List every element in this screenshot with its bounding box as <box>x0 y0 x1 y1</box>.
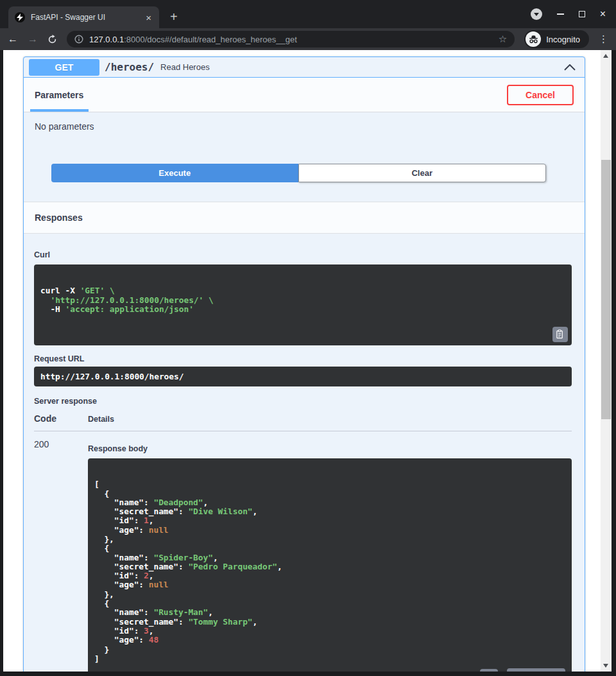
code-line: { <box>94 599 565 608</box>
code-line: "id": 3, <box>94 627 565 636</box>
responses-title: Responses <box>35 212 83 223</box>
incognito-icon <box>526 31 541 47</box>
scroll-down-arrow-icon[interactable] <box>603 664 608 668</box>
browser-window: FastAPI - Swagger UI × + × ← → <box>0 0 616 676</box>
collapse-chevron-icon[interactable] <box>564 64 576 71</box>
code-line: "id": 1, <box>94 516 565 525</box>
reload-button[interactable] <box>47 35 57 44</box>
scroll-up-arrow-icon[interactable] <box>603 54 608 58</box>
back-button[interactable]: ← <box>8 34 18 44</box>
http-method-badge: GET <box>29 59 99 76</box>
browser-tab[interactable]: FastAPI - Swagger UI × <box>8 6 159 28</box>
url-bar[interactable]: 127.0.0.1:8000/docs#/default/read_heroes… <box>67 31 515 48</box>
content-area: GET /heroes/ Read Heroes Parameters Canc… <box>0 50 616 672</box>
curl-label: Curl <box>34 250 572 259</box>
forward-button[interactable]: → <box>28 34 38 44</box>
new-tab-button[interactable]: + <box>170 10 178 23</box>
server-response-label: Server response <box>34 397 572 406</box>
window-border-right <box>612 50 616 672</box>
incognito-label: Incognito <box>546 35 580 44</box>
code-line: } <box>94 645 565 654</box>
endpoint-path: /heroes/ <box>105 61 154 73</box>
response-body-block: [ { "name": "Deadpond", "secret_name": "… <box>88 458 572 672</box>
code-line: { <box>94 489 565 498</box>
close-window-button[interactable]: × <box>600 11 606 17</box>
bookmark-star-icon[interactable]: ☆ <box>499 33 507 45</box>
response-body-actions: Download <box>480 668 565 672</box>
clear-button[interactable]: Clear <box>298 164 547 182</box>
url-host: 127.0.0.1 <box>89 35 124 44</box>
browser-menu-icon[interactable]: ⋮ <box>599 33 608 45</box>
execute-button[interactable]: Execute <box>51 164 298 182</box>
browser-toolbar: ← → 127.0.0.1:8000/docs#/default/read_he… <box>0 28 616 50</box>
copy-response-button[interactable] <box>480 669 498 672</box>
cancel-button[interactable]: Cancel <box>507 85 574 105</box>
opblock-get-heroes: GET /heroes/ Read Heroes Parameters Canc… <box>23 56 585 672</box>
request-url-block: http://127.0.0.1:8000/heroes/ <box>34 367 572 386</box>
request-url-label: Request URL <box>34 354 572 363</box>
download-button[interactable]: Download <box>507 668 565 672</box>
incognito-badge: Incognito <box>524 30 589 48</box>
code-line: "id": 2, <box>94 571 565 580</box>
url-text: 127.0.0.1:8000/docs#/default/read_heroes… <box>89 35 493 44</box>
site-info-icon[interactable] <box>74 35 83 44</box>
status-code: 200 <box>34 439 88 672</box>
tab-title: FastAPI - Swagger UI <box>31 13 139 22</box>
curl-command-block: curl -X 'GET' \ 'http://127.0.0.1:8000/h… <box>34 264 572 345</box>
minimize-button[interactable] <box>557 13 564 15</box>
page-scrollbar[interactable] <box>601 50 612 672</box>
tab-close-icon[interactable]: × <box>144 13 153 22</box>
code-line: "secret_name": "Tommy Sharp", <box>94 618 565 627</box>
code-column-header: Code <box>34 413 88 424</box>
code-line: curl -X 'GET' \ <box>40 286 565 295</box>
response-body-code: [ { "name": "Deadpond", "secret_name": "… <box>94 480 565 663</box>
url-path: :8000/docs#/default/read_heroes_heroes__… <box>124 35 297 44</box>
maximize-button[interactable] <box>579 11 585 17</box>
parameters-body: No parameters Execute Clear <box>24 112 585 182</box>
code-line: }, <box>94 535 565 544</box>
no-parameters-text: No parameters <box>35 121 565 132</box>
tab-search-icon[interactable] <box>531 8 542 20</box>
code-line: "secret_name": "Pedro Parqueador", <box>94 562 565 571</box>
code-line: "age": null <box>94 526 565 535</box>
response-table-header: Code Details <box>34 413 572 424</box>
tab-strip: FastAPI - Swagger UI × + × <box>0 0 616 28</box>
code-line: { <box>94 544 565 553</box>
response-details-cell: Response body [ { "name": "Deadpond", "s… <box>88 439 572 672</box>
code-line: ] <box>94 654 565 663</box>
opblock-header[interactable]: GET /heroes/ Read Heroes <box>24 57 585 78</box>
response-row-200: 200 Response body [ { "name": "Deadpond"… <box>34 431 572 672</box>
scrollbar-thumb[interactable] <box>601 160 611 419</box>
execute-button-row: Execute Clear <box>51 164 546 182</box>
code-line: "name": "Deadpond", <box>94 498 565 507</box>
code-line: "age": 48 <box>94 636 565 645</box>
parameters-tab-underline <box>30 109 89 112</box>
code-line: }, <box>94 590 565 599</box>
code-line: 'http://127.0.0.1:8000/heroes/' \ <box>40 296 565 305</box>
code-line: [ <box>94 480 565 489</box>
responses-body: Curl curl -X 'GET' \ 'http://127.0.0.1:8… <box>24 250 585 672</box>
endpoint-summary: Read Heroes <box>160 62 210 72</box>
details-column-header: Details <box>88 415 114 424</box>
response-body-label: Response body <box>88 444 572 453</box>
fastapi-favicon-icon <box>15 12 25 22</box>
window-border-bottom <box>0 672 616 676</box>
code-line: -H 'accept: application/json' <box>40 305 565 314</box>
code-line: "secret_name": "Dive Wilson", <box>94 507 565 516</box>
window-controls: × <box>531 8 606 20</box>
parameters-title: Parameters <box>35 90 83 100</box>
curl-command-code: curl -X 'GET' \ 'http://127.0.0.1:8000/h… <box>40 286 565 314</box>
code-line: "name": "Spider-Boy", <box>94 553 565 562</box>
swagger-page: GET /heroes/ Read Heroes Parameters Canc… <box>3 50 601 672</box>
responses-section-header: Responses <box>24 202 585 234</box>
code-line: "name": "Rusty-Man", <box>94 608 565 617</box>
copy-curl-button[interactable] <box>552 327 568 342</box>
code-line: "age": null <box>94 580 565 589</box>
parameters-section-header: Parameters Cancel <box>24 78 585 112</box>
